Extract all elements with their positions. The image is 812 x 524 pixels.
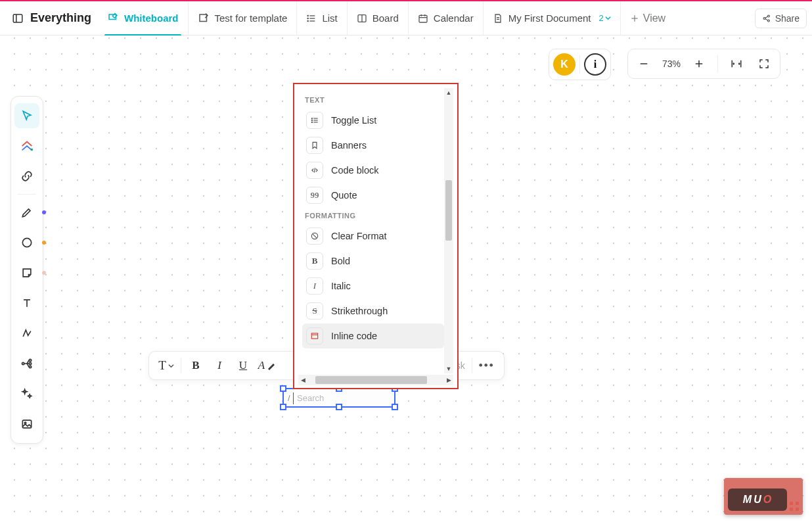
link-tool[interactable] (14, 164, 39, 189)
text-style-dropdown[interactable]: T (154, 354, 178, 377)
scroll-thumb[interactable] (445, 180, 452, 241)
resize-handle[interactable] (392, 404, 398, 410)
info-icon[interactable]: i (584, 53, 606, 76)
menu-item-banners[interactable]: Banners (302, 133, 444, 158)
menu-item-label: Inline code (331, 331, 377, 341)
toolbar-divider (18, 194, 36, 195)
left-toolbar (11, 96, 43, 444)
menu-item-bold[interactable]: B Bold (302, 249, 444, 274)
text-tool[interactable] (14, 291, 39, 316)
zoom-in-button[interactable] (690, 55, 708, 73)
scroll-down-icon[interactable]: ▼ (444, 364, 453, 373)
presence-bar: K i (549, 49, 611, 80)
menu-item-code-block[interactable]: Code block (302, 158, 444, 183)
placeholder-text: Search (297, 393, 324, 403)
mindmap-tool[interactable] (14, 351, 39, 376)
underline-button[interactable]: U (231, 354, 255, 377)
strike-icon: S (306, 302, 323, 320)
home-plus-tool[interactable] (14, 133, 39, 158)
toggle-list-icon (306, 112, 323, 129)
italic-button[interactable]: I (208, 354, 231, 377)
scroll-right-icon[interactable]: ▶ (444, 375, 453, 385)
scroll-left-icon[interactable]: ◀ (298, 375, 307, 385)
bold-icon: B (306, 252, 323, 270)
doc-count-badge[interactable]: 2 (599, 13, 611, 23)
resize-handle[interactable] (280, 404, 286, 410)
share-icon (762, 14, 771, 23)
cursor-tool[interactable] (14, 103, 39, 128)
menu-item-label: Code block (331, 165, 379, 176)
tab-label: Whiteboard (124, 12, 179, 24)
tab-list[interactable]: List (297, 1, 347, 36)
menu-item-quote[interactable]: 99 Quote (302, 183, 444, 208)
tab-whiteboard[interactable]: Whiteboard (98, 1, 189, 36)
text-color-button[interactable]: A (255, 354, 279, 377)
svg-point-8 (307, 20, 308, 21)
menu-item-clear-format[interactable]: Clear Format (302, 224, 444, 249)
page-title-text: Everything (30, 11, 91, 25)
user-avatar[interactable]: K (553, 53, 575, 76)
inline-code-icon (306, 327, 323, 345)
tab-label: Calendar (434, 12, 474, 24)
svg-point-30 (29, 366, 31, 368)
zoom-out-button[interactable] (635, 55, 653, 73)
color-dot (42, 271, 46, 275)
svg-rect-0 (13, 14, 22, 22)
svg-line-23 (765, 18, 767, 20)
tab-label: List (322, 12, 337, 24)
svg-rect-48 (311, 333, 317, 339)
popup-vertical-scrollbar[interactable]: ▲ ▼ (444, 88, 453, 373)
bold-button[interactable]: B (184, 354, 208, 377)
selected-text-box[interactable]: / Search (282, 388, 395, 408)
tab-board[interactable]: Board (348, 1, 409, 36)
slash-prefix: / (288, 393, 290, 403)
image-tool[interactable] (14, 412, 39, 437)
sidebar-toggle-icon[interactable] (12, 12, 24, 24)
menu-item-toggle-list[interactable]: Toggle List (302, 108, 444, 133)
divider (717, 55, 718, 72)
color-dot (42, 241, 46, 245)
svg-point-7 (307, 18, 308, 18)
menu-item-strikethrough[interactable]: S Strikethrough (302, 298, 444, 323)
whiteboard-icon (107, 12, 119, 24)
tab-test-template[interactable]: Test for template (189, 1, 298, 36)
resize-handle[interactable] (280, 385, 286, 392)
connector-tool[interactable] (14, 321, 39, 346)
fit-width-button[interactable] (727, 55, 746, 73)
tab-calendar[interactable]: Calendar (409, 1, 484, 36)
divider (579, 55, 580, 74)
menu-item-label: Quote (331, 190, 357, 201)
menu-item-label: Bold (331, 256, 350, 266)
svg-point-27 (22, 362, 24, 364)
circle-tool[interactable] (14, 230, 39, 255)
svg-rect-11 (419, 15, 427, 22)
text-caret (293, 393, 294, 404)
menu-item-label: Banners (331, 140, 367, 151)
svg-line-22 (765, 16, 767, 18)
tab-my-first-document[interactable]: My First Document 2 (484, 1, 621, 36)
menu-item-label: Clear Format (331, 231, 387, 241)
tab-bar: Everything Whiteboard Test for template … (0, 1, 812, 36)
popup-horizontal-scrollbar[interactable]: ◀ ▶ (298, 375, 453, 385)
svg-point-24 (22, 238, 31, 247)
resize-handle[interactable] (336, 404, 342, 410)
menu-item-inline-code[interactable]: Inline code (302, 323, 444, 348)
divider (181, 358, 181, 373)
svg-rect-31 (22, 420, 31, 428)
more-button[interactable]: ••• (475, 354, 499, 377)
tab-label: My First Document (508, 12, 591, 24)
scroll-thumb[interactable] (315, 376, 427, 384)
sticky-tool[interactable] (14, 260, 39, 285)
share-button[interactable]: Share (755, 9, 807, 28)
fullscreen-button[interactable] (755, 55, 773, 73)
scroll-up-icon[interactable]: ▲ (444, 88, 453, 97)
plus-icon (630, 14, 639, 23)
template-icon (198, 12, 210, 24)
slash-menu-list[interactable]: TEXT Toggle List Banners Code block 99 Q… (298, 88, 444, 373)
sparkle-tool[interactable] (14, 381, 39, 406)
pen-tool[interactable] (14, 200, 39, 225)
add-view-button[interactable]: View (621, 12, 675, 24)
zoom-level[interactable]: 73% (662, 59, 681, 69)
menu-item-label: Toggle List (331, 115, 376, 126)
menu-item-italic[interactable]: I Italic (302, 274, 444, 298)
